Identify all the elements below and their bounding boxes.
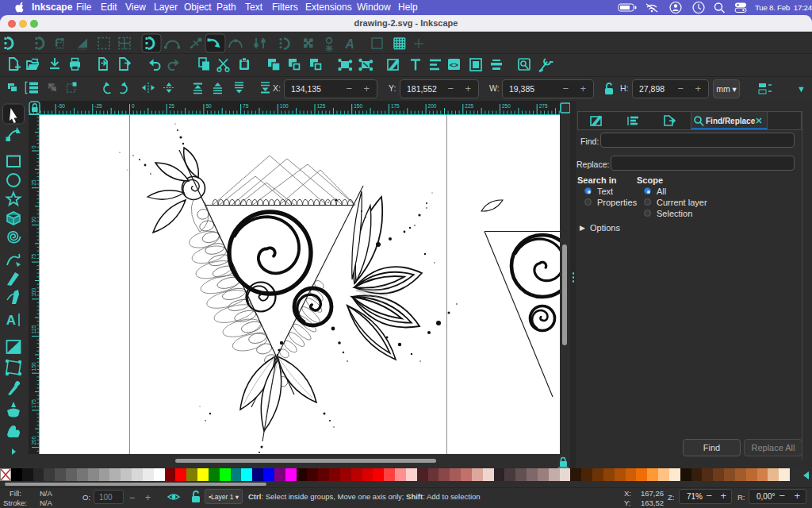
- svg-text:-50: -50: [58, 103, 66, 109]
- svg-text:25: 25: [169, 103, 175, 109]
- svg-text:A: A: [344, 37, 354, 51]
- svg-text:125: 125: [317, 103, 326, 109]
- svg-text:200: 200: [428, 103, 437, 109]
- svg-text:0: 0: [31, 145, 36, 148]
- svg-text:-25: -25: [94, 103, 102, 109]
- svg-text:175: 175: [391, 103, 400, 109]
- svg-text:200: 200: [31, 436, 36, 444]
- svg-text:250: 250: [502, 103, 511, 109]
- svg-text:275: 275: [539, 103, 548, 109]
- svg-text:Find/Replace: Find/Replace: [706, 117, 756, 125]
- svg-text:50: 50: [205, 103, 212, 109]
- svg-text:175: 175: [31, 399, 36, 408]
- svg-text:75: 75: [31, 253, 36, 260]
- svg-text:A: A: [6, 313, 16, 328]
- svg-text:50: 50: [31, 217, 36, 223]
- svg-text:150: 150: [31, 362, 36, 371]
- svg-text:100: 100: [31, 288, 36, 297]
- svg-text:<>: <>: [450, 62, 458, 70]
- svg-text:150: 150: [354, 103, 362, 109]
- svg-text:25: 25: [31, 179, 36, 186]
- svg-text:0: 0: [132, 103, 135, 109]
- svg-text:225: 225: [465, 103, 473, 109]
- svg-text:75: 75: [243, 103, 249, 109]
- svg-text:100: 100: [280, 103, 289, 109]
- svg-text:125: 125: [31, 325, 36, 333]
